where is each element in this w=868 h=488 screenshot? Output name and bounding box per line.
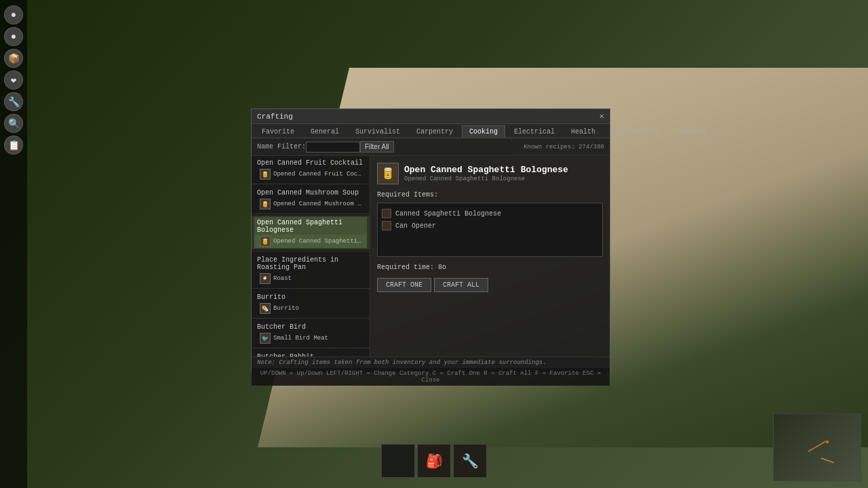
craft-all-button[interactable]: CRAFT ALL (434, 278, 488, 292)
recipe-group-name-burrito[interactable]: Burrito (254, 291, 367, 302)
controls-bar: UP/DOWN = Up/Down LEFT/RIGHT = Change Ca… (252, 368, 610, 386)
recipe-group-fruit-cocktail[interactable]: Open Canned Fruit Cocktail 🥫 Opened Cann… (252, 156, 370, 182)
detail-title: Open Canned Spaghetti Bolognese (404, 165, 568, 175)
ingredient-name-1: Can Opener (395, 222, 436, 230)
recipe-icon-butcher-bird: 🐦 (260, 333, 271, 344)
toolbar-icon-0[interactable]: ● (4, 5, 23, 24)
recipe-sub-name-spaghetti: Opened Canned Spaghetti Bolognese (273, 238, 364, 245)
filter-bar: Name Filter: Filter All Known recipes: 2… (252, 138, 610, 156)
recipe-sub-name-fruit-cocktail: Opened Canned Fruit Cocktail (273, 171, 364, 178)
tab-electrical[interactable]: Electrical (507, 125, 562, 138)
divider-6 (252, 348, 370, 348)
tab-farming[interactable]: Farming (669, 125, 713, 138)
filter-label: Name Filter: (257, 143, 306, 150)
recipe-group-name-fruit-cocktail[interactable]: Open Canned Fruit Cocktail (254, 157, 367, 167)
minimap-line-2 (821, 458, 834, 464)
dialog-title-bar: Crafting ✕ (252, 109, 610, 124)
ingredient-icon-1 (382, 221, 391, 230)
recipe-icon-roasting-pan: 🍳 (260, 273, 271, 284)
recipe-sub-item-burrito[interactable]: 🌯 Burrito (254, 302, 367, 315)
tab-health[interactable]: Health (564, 125, 603, 138)
minimap (773, 413, 861, 481)
craft-one-button[interactable]: CRAFT ONE (377, 278, 431, 292)
tabs-bar: Favorite General Survivalist Carpentry C… (252, 124, 610, 138)
recipe-group-mushroom-soup[interactable]: Open Canned Mushroom Soup 🥫 Opened Canne… (252, 186, 370, 212)
hotbar-item-2: 🔧 (454, 445, 486, 477)
recipe-sub-item-roasting-pan[interactable]: 🍳 Roast (254, 272, 367, 285)
filter-all-button[interactable]: Filter All (360, 141, 394, 152)
toolbar-icon-1[interactable]: ● (4, 27, 23, 46)
tab-general[interactable]: General (303, 125, 347, 138)
recipe-detail-panel: 🥫 Open Canned Spaghetti Bolognese Opened… (370, 156, 610, 357)
minimap-line-1 (808, 441, 827, 452)
known-recipes-count: Known recipes: 274/380 (524, 144, 604, 150)
divider-3 (252, 251, 370, 251)
dialog-body: Open Canned Fruit Cocktail 🥫 Opened Cann… (252, 156, 610, 357)
divider-4 (252, 288, 370, 289)
recipe-icon-mushroom-soup: 🥫 (260, 199, 271, 209)
required-items-label: Required Items: (377, 191, 603, 199)
recipe-list[interactable]: Open Canned Fruit Cocktail 🥫 Opened Cann… (252, 156, 370, 357)
hotbar-item-1: 🎒 (418, 445, 450, 477)
divider-2 (252, 214, 370, 214)
recipe-group-name-roasting-pan[interactable]: Place Ingredients in Roasting Pan (254, 254, 367, 272)
hotbar-slot-1[interactable]: 🎒 (417, 444, 451, 478)
recipe-group-butcher-bird[interactable]: Butcher Bird 🐦 Small Bird Meat (252, 320, 370, 346)
required-time: Required time: 8o (377, 264, 603, 271)
recipe-icon-fruit-cocktail: 🥫 (260, 169, 271, 180)
recipe-icon-spaghetti: 🥫 (260, 236, 271, 247)
recipe-sub-name-burrito: Burrito (273, 305, 299, 312)
dialog-close-button[interactable]: ✕ (599, 111, 604, 121)
crafting-dialog: Crafting ✕ Favorite General Survivalist … (251, 108, 610, 373)
dialog-title: Crafting (257, 113, 293, 121)
tab-favorite[interactable]: Favorite (254, 125, 302, 138)
toolbar-icon-search[interactable]: 🔍 (4, 114, 23, 133)
ingredient-icon-0 (382, 209, 391, 218)
recipe-icon-burrito: 🌯 (260, 303, 271, 314)
recipe-group-name-butcher-bird[interactable]: Butcher Bird (254, 321, 367, 331)
ingredients-box: Canned Spaghetti Bolognese Can Opener (377, 203, 603, 257)
detail-header: 🥫 Open Canned Spaghetti Bolognese Opened… (377, 163, 603, 184)
ingredient-name-0: Canned Spaghetti Bolognese (395, 210, 501, 218)
ingredient-item-1: Can Opener (382, 220, 598, 232)
recipe-group-name-spaghetti[interactable]: Open Canned Spaghetti Bolognese (254, 217, 367, 235)
recipe-sub-item-spaghetti[interactable]: 🥫 Opened Canned Spaghetti Bolognese (254, 235, 367, 248)
ingredient-item-0: Canned Spaghetti Bolognese (382, 207, 598, 220)
toolbar-icon-health[interactable]: ❤ (4, 70, 23, 89)
filter-input[interactable] (306, 142, 360, 152)
recipe-group-name-mushroom-soup[interactable]: Open Canned Mushroom Soup (254, 187, 367, 197)
hotbar-slot-0[interactable] (381, 444, 415, 478)
recipe-sub-item-butcher-bird[interactable]: 🐦 Small Bird Meat (254, 331, 367, 345)
tab-cooking[interactable]: Cooking (462, 125, 505, 138)
minimap-inner (774, 414, 861, 481)
recipe-sub-item-mushroom-soup[interactable]: 🥫 Opened Canned Mushroom Soup (254, 197, 367, 211)
tab-metalworking[interactable]: Metalworking (604, 125, 668, 138)
recipe-group-spaghetti[interactable]: Open Canned Spaghetti Bolognese 🥫 Opened… (252, 216, 370, 249)
toolbar-icon-inventory[interactable]: 📦 (4, 49, 23, 68)
hotbar: 🎒 🔧 (381, 444, 487, 478)
recipe-sub-name-butcher-bird: Small Bird Meat (273, 335, 328, 342)
recipe-sub-name-roasting-pan: Roast (273, 275, 292, 282)
divider-1 (252, 184, 370, 184)
required-time-value: 8o (438, 264, 446, 271)
divider-5 (252, 318, 370, 319)
toolbar-icon-map[interactable]: 📋 (4, 136, 23, 155)
detail-subtitle: Opened Canned Spaghetti Bolognese (404, 176, 568, 182)
craft-buttons: CRAFT ONE CRAFT ALL (377, 278, 603, 292)
tab-survivalist[interactable]: Survivalist (348, 125, 408, 138)
note-bar: Note: Crafting items taken from both inv… (252, 357, 610, 368)
detail-icon: 🥫 (377, 163, 399, 184)
left-toolbar: ● ● 📦 ❤ 🔧 🔍 📋 (0, 0, 27, 488)
recipe-group-name-butcher-rabbit[interactable]: Butcher Rabbit (254, 351, 367, 357)
required-time-label: Required time: (377, 264, 434, 271)
recipe-sub-item-fruit-cocktail[interactable]: 🥫 Opened Canned Fruit Cocktail (254, 167, 367, 181)
recipe-group-burrito[interactable]: Burrito 🌯 Burrito (252, 290, 370, 317)
recipe-group-roasting-pan[interactable]: Place Ingredients in Roasting Pan 🍳 Roas… (252, 253, 370, 287)
toolbar-icon-craft[interactable]: 🔧 (4, 92, 23, 111)
hotbar-slot-2[interactable]: 🔧 (453, 444, 487, 478)
recipe-sub-name-mushroom-soup: Opened Canned Mushroom Soup (273, 201, 364, 207)
tab-carpentry[interactable]: Carpentry (409, 125, 460, 138)
recipe-group-butcher-rabbit[interactable]: Butcher Rabbit 🐰 Rabbit Meat (252, 350, 370, 357)
